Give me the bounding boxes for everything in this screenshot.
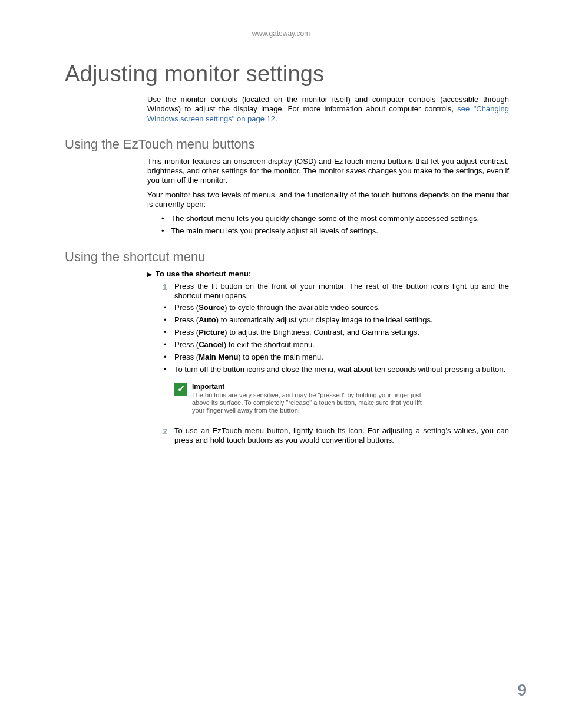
t: ) to exit the shortcut menu. [224,340,315,349]
list-item: Press (Picture) to adjust the Brightness… [159,328,509,338]
list-item: Press (Auto) to automatically adjust you… [159,315,509,325]
page-number: 9 [517,681,527,700]
procedure-label: To use the shortcut menu: [156,269,251,278]
important-note: ✓ Important The buttons are very sensiti… [174,380,422,419]
intro-text-after: . [275,114,277,123]
t: Press ( [174,353,199,361]
section-heading-shortcut: Using the shortcut menu [65,249,527,265]
list-item: Press (Main Menu) to open the main menu. [159,353,509,363]
bold-label: Auto [199,315,216,324]
intro-text: Use the monitor controls (located on the… [147,95,509,113]
t: ) to open the main menu. [238,353,323,361]
bold-label: Cancel [199,340,224,349]
triangle-icon: ▶ [147,271,152,278]
list-item: To turn off the button icons and close t… [159,365,509,375]
t: ) to cycle through the available video s… [224,303,380,312]
body-paragraph: This monitor features an onscreen displa… [147,157,509,186]
bold-label: Picture [199,328,224,337]
step-text: To use an EzTouch menu button, lightly t… [174,426,509,446]
section-heading-eztouch: Using the EzTouch menu buttons [65,137,527,152]
bullet-list: The shortcut menu lets you quickly chang… [159,214,509,236]
step-row: 2 To use an EzTouch menu button, lightly… [147,426,509,446]
t: Press ( [174,315,199,324]
bold-label: Source [199,303,224,312]
note-body: The buttons are very sensitive, and may … [192,391,422,414]
note-content: Important The buttons are very sensitive… [192,383,422,415]
list-item: Press (Cancel) to exit the shortcut menu… [159,340,509,350]
header-url: www.gateway.com [35,29,527,38]
sub-bullet-list: Press (Source) to cycle through the avai… [159,303,509,374]
step-number: 2 [147,426,174,446]
checkmark-icon: ✓ [174,383,187,396]
procedure-heading: ▶To use the shortcut menu: [147,269,509,278]
list-item: The main menu lets you precisely adjust … [159,226,509,236]
bold-label: Main Menu [199,353,238,361]
note-title: Important [192,383,422,391]
step-text: Press the lit button on the front of you… [174,282,509,301]
t: Press ( [174,303,199,312]
step-row: 1 Press the lit button on the front of y… [147,282,509,301]
t: ) to adjust the Brightness, Contrast, an… [224,328,419,337]
list-item: Press (Source) to cycle through the avai… [159,303,509,313]
body-paragraph: Your monitor has two levels of menus, an… [147,190,509,210]
t: Press ( [174,328,199,337]
t: Press ( [174,340,199,349]
t: ) to automatically adjust your display i… [216,315,433,324]
intro-paragraph: Use the monitor controls (located on the… [147,95,509,124]
step-number: 1 [147,282,174,301]
page-title: Adjusting monitor settings [65,61,527,87]
list-item: The shortcut menu lets you quickly chang… [159,214,509,224]
